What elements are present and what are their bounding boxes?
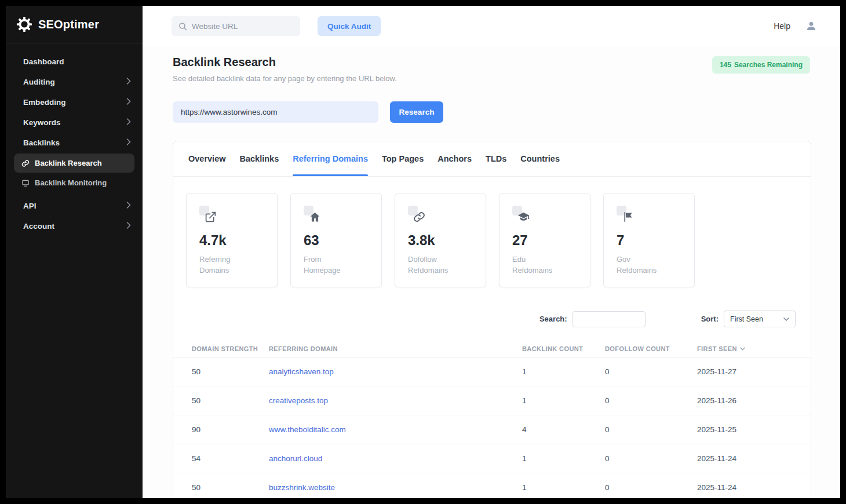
chevron-down-icon bbox=[783, 317, 789, 321]
page-subtitle: See detailed backlink data for any page … bbox=[173, 74, 811, 83]
monitor-icon bbox=[21, 179, 30, 187]
searches-remaining-count: 145 bbox=[720, 61, 731, 69]
user-avatar-icon[interactable] bbox=[805, 20, 817, 32]
cell-dofollow-count: 0 bbox=[605, 483, 697, 492]
stat-gov-refdomains: 7 Gov Refdomains bbox=[603, 193, 695, 287]
cell-first-seen: 2025-11-25 bbox=[697, 425, 796, 434]
sidebar-item-label: Auditing bbox=[23, 78, 55, 86]
sidebar-item-label: Keywords bbox=[23, 118, 61, 127]
sort-direction-icon bbox=[740, 347, 745, 350]
col-header-referring-domain[interactable]: REFERRING DOMAIN bbox=[269, 345, 522, 352]
stat-edu-refdomains: 27 Edu Refdomains bbox=[499, 193, 590, 287]
external-link-icon bbox=[199, 206, 217, 223]
search-icon bbox=[178, 22, 187, 31]
table-row: 54 anchorurl.cloud 1 0 2025-11-24 bbox=[173, 444, 811, 473]
url-row: Research bbox=[173, 101, 811, 123]
tab-top-pages[interactable]: Top Pages bbox=[382, 141, 424, 176]
stat-label: Referring Domains bbox=[199, 254, 264, 276]
searches-remaining-badge: 145 Searches Remaining bbox=[712, 56, 810, 74]
stat-label: From Homepage bbox=[304, 254, 369, 276]
cell-dofollow-count: 0 bbox=[605, 396, 697, 405]
seoptimer-logo-icon bbox=[16, 16, 32, 32]
sidebar-item-label: API bbox=[23, 202, 37, 210]
backlink-url-input[interactable] bbox=[173, 101, 378, 123]
link-icon bbox=[21, 159, 30, 167]
tab-backlinks[interactable]: Backlinks bbox=[240, 141, 279, 176]
cell-domain-strength: 50 bbox=[192, 367, 269, 376]
table-header-row: DOMAIN STRENGTH REFERRING DOMAIN BACKLIN… bbox=[173, 340, 811, 357]
chevron-right-icon bbox=[126, 78, 131, 86]
stat-value: 4.7k bbox=[199, 232, 264, 249]
stat-value: 7 bbox=[617, 232, 681, 249]
col-header-first-seen[interactable]: FIRST SEEN bbox=[697, 345, 796, 352]
table-search-label: Search: bbox=[539, 315, 567, 323]
cell-first-seen: 2025-11-24 bbox=[697, 483, 796, 492]
table-search-input[interactable] bbox=[572, 311, 646, 327]
stat-dofollow-refdomains: 3.8k Dofollow Refdomains bbox=[395, 193, 486, 287]
website-url-searchbox[interactable] bbox=[172, 16, 300, 36]
cell-domain-strength: 90 bbox=[192, 425, 269, 434]
topbar: Quick Audit Help bbox=[143, 6, 840, 46]
cell-referring-domain-link[interactable]: analyticshaven.top bbox=[269, 367, 522, 376]
cell-referring-domain-link[interactable]: www.thebolditalic.com bbox=[269, 425, 522, 434]
link-icon bbox=[408, 206, 425, 223]
cell-first-seen: 2025-11-24 bbox=[697, 454, 796, 463]
cell-backlink-count: 4 bbox=[522, 425, 605, 434]
research-button[interactable]: Research bbox=[390, 101, 443, 123]
tab-overview[interactable]: Overview bbox=[188, 141, 226, 176]
topbar-right: Help bbox=[774, 20, 817, 32]
quick-audit-button[interactable]: Quick Audit bbox=[318, 16, 381, 36]
sidebar-item-account[interactable]: Account bbox=[6, 216, 143, 236]
cell-dofollow-count: 0 bbox=[605, 425, 697, 434]
stat-value: 63 bbox=[304, 232, 369, 249]
cell-referring-domain-link[interactable]: anchorurl.cloud bbox=[269, 454, 522, 463]
col-header-dofollow-count[interactable]: DOFOLLOW COUNT bbox=[605, 345, 697, 352]
help-link[interactable]: Help bbox=[774, 21, 790, 31]
sidebar-item-backlinks[interactable]: Backlinks bbox=[6, 133, 143, 153]
stats-row: 4.7k Referring Domains 63 Fr bbox=[173, 177, 811, 287]
sidebar-item-backlink-monitoring[interactable]: Backlink Monitoring bbox=[14, 173, 134, 192]
tab-tlds[interactable]: TLDs bbox=[486, 141, 506, 176]
flag-icon bbox=[617, 206, 634, 223]
stat-from-homepage: 63 From Homepage bbox=[290, 193, 382, 287]
sidebar-item-auditing[interactable]: Auditing bbox=[6, 72, 143, 92]
sidebar-subitem-label: Backlink Research bbox=[35, 159, 102, 167]
table-controls: Search: Sort: First Seen bbox=[173, 311, 811, 327]
stat-value: 27 bbox=[512, 232, 577, 249]
chevron-right-icon bbox=[126, 98, 131, 107]
app-window: SEOptimer Dashboard Auditing Embedding K… bbox=[6, 6, 840, 498]
stat-label: Edu Refdomains bbox=[512, 254, 577, 276]
cell-referring-domain-link[interactable]: buzzshrink.website bbox=[269, 483, 522, 492]
col-header-backlink-count[interactable]: BACKLINK COUNT bbox=[522, 345, 605, 352]
chevron-right-icon bbox=[126, 118, 131, 127]
cell-backlink-count: 1 bbox=[522, 454, 605, 463]
sidebar-item-keywords[interactable]: Keywords bbox=[6, 112, 143, 133]
sidebar-item-embedding[interactable]: Embedding bbox=[6, 92, 143, 112]
sidebar: SEOptimer Dashboard Auditing Embedding K… bbox=[6, 6, 143, 498]
tab-bar: Overview Backlinks Referring Domains Top… bbox=[173, 141, 811, 177]
chevron-right-icon bbox=[126, 202, 131, 210]
tab-anchors[interactable]: Anchors bbox=[437, 141, 472, 176]
col-header-domain-strength[interactable]: DOMAIN STRENGTH bbox=[192, 345, 269, 352]
sidebar-item-api[interactable]: API bbox=[6, 196, 143, 216]
cell-first-seen: 2025-11-26 bbox=[697, 396, 796, 405]
cell-domain-strength: 54 bbox=[192, 454, 269, 463]
table-row: 50 buzzshrink.website 1 0 2025-11-24 bbox=[173, 473, 811, 498]
table-row: 50 creativeposts.top 1 0 2025-11-26 bbox=[173, 386, 811, 415]
sidebar-subitem-label: Backlink Monitoring bbox=[35, 178, 107, 187]
tab-referring-domains[interactable]: Referring Domains bbox=[293, 141, 368, 176]
tab-countries[interactable]: Countries bbox=[520, 141, 560, 176]
cell-domain-strength: 50 bbox=[192, 396, 269, 405]
stat-label: Gov Refdomains bbox=[617, 254, 681, 276]
sort-select[interactable]: First Seen bbox=[724, 311, 796, 327]
graduation-cap-icon bbox=[512, 206, 530, 223]
cell-dofollow-count: 0 bbox=[605, 454, 697, 463]
sidebar-item-backlink-research[interactable]: Backlink Research bbox=[14, 154, 134, 173]
chevron-right-icon bbox=[126, 222, 131, 231]
cell-referring-domain-link[interactable]: creativeposts.top bbox=[269, 396, 522, 405]
logo: SEOptimer bbox=[6, 6, 143, 43]
cell-backlink-count: 1 bbox=[522, 483, 605, 492]
website-url-input[interactable] bbox=[192, 22, 293, 31]
backlink-results-card: Overview Backlinks Referring Domains Top… bbox=[173, 141, 811, 498]
sidebar-item-dashboard[interactable]: Dashboard bbox=[6, 52, 143, 72]
